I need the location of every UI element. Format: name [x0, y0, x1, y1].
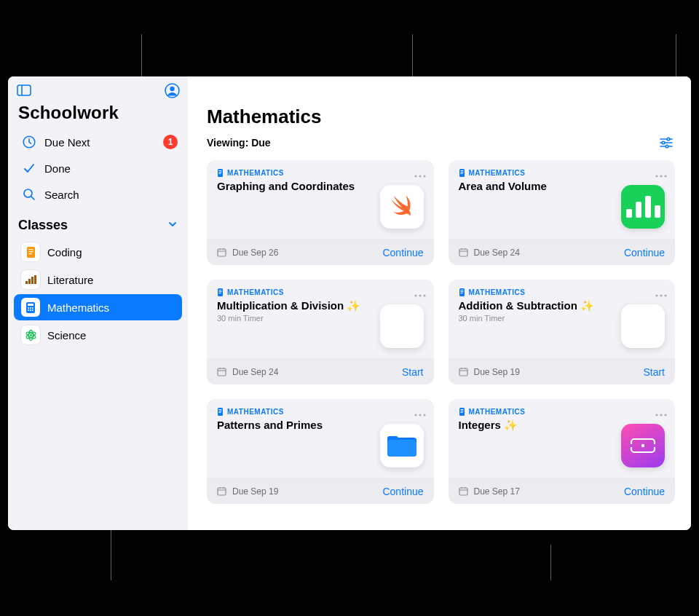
sidebar-item-mathematics[interactable]: Mathematics: [14, 294, 182, 320]
assignment-card[interactable]: MATHEMATICSPatterns and PrimesDue Sep 19…: [207, 399, 434, 504]
svg-rect-51: [459, 249, 467, 256]
classes-header[interactable]: Classes: [8, 208, 188, 237]
nav-label: Search: [44, 189, 79, 201]
svg-point-37: [414, 175, 416, 177]
card-more-icon[interactable]: [414, 168, 427, 181]
card-action-button[interactable]: Continue: [382, 247, 423, 258]
app-title: Schoolwork: [8, 101, 188, 129]
card-more-icon[interactable]: [414, 407, 427, 420]
due-date: Due Sep 24: [217, 367, 278, 377]
due-date: Due Sep 19: [459, 367, 520, 377]
svg-rect-67: [460, 290, 463, 291]
due-date: Due Sep 24: [459, 248, 520, 258]
app-thumbnail: [621, 185, 665, 229]
assignment-card[interactable]: MATHEMATICSMultiplication & Division ✨30…: [207, 280, 434, 384]
svg-rect-7: [27, 247, 35, 258]
svg-rect-66: [459, 288, 465, 296]
nav: Due Next 1 Done Search: [8, 129, 188, 208]
class-label: Literature: [47, 274, 93, 286]
sidebar-item-coding[interactable]: Coding: [14, 239, 182, 265]
nav-search[interactable]: Search: [14, 181, 182, 208]
svg-rect-56: [219, 290, 222, 291]
svg-point-38: [419, 175, 421, 177]
nav-due-next[interactable]: Due Next 1: [14, 129, 182, 155]
svg-point-61: [423, 294, 425, 296]
subject-chip: MATHEMATICS: [217, 288, 284, 296]
card-header: MATHEMATICS: [207, 399, 434, 416]
app-thumbnail: [621, 304, 665, 348]
class-list: CodingLiteratureMathematicsScience: [8, 237, 188, 350]
svg-point-39: [423, 175, 425, 177]
card-footer: Due Sep 19Continue: [207, 478, 434, 504]
svg-rect-40: [218, 249, 226, 256]
card-more-icon[interactable]: [655, 288, 668, 301]
svg-rect-13: [31, 277, 33, 284]
svg-rect-35: [219, 172, 222, 173]
svg-rect-86: [218, 488, 226, 495]
card-action-button[interactable]: Start: [402, 366, 424, 378]
svg-rect-58: [219, 293, 221, 293]
card-action-button[interactable]: Continue: [624, 486, 665, 497]
svg-rect-8: [28, 249, 33, 250]
card-action-button[interactable]: Continue: [382, 486, 423, 497]
nav-done[interactable]: Done: [14, 155, 182, 181]
svg-point-60: [419, 294, 421, 296]
assignment-card[interactable]: MATHEMATICSAddition & Subtraction ✨30 mi…: [449, 280, 676, 384]
svg-point-22: [32, 309, 33, 311]
subject-chip: MATHEMATICS: [459, 169, 526, 177]
svg-rect-69: [460, 293, 462, 293]
svg-point-82: [419, 414, 421, 416]
card-footer: Due Sep 26Continue: [207, 239, 434, 265]
svg-rect-57: [219, 291, 222, 292]
class-icon: [21, 298, 40, 317]
main: Mathematics Viewing: Due MATHEMATICSGrap…: [188, 76, 691, 530]
svg-rect-9: [28, 251, 33, 252]
svg-rect-11: [25, 281, 28, 284]
svg-point-71: [660, 294, 662, 296]
account-icon[interactable]: [163, 82, 181, 99]
card-more-icon[interactable]: [655, 168, 668, 181]
svg-point-21: [30, 309, 31, 311]
card-more-icon[interactable]: [655, 407, 668, 420]
card-header: MATHEMATICS: [449, 399, 676, 416]
svg-point-72: [664, 294, 666, 296]
assignment-card[interactable]: MATHEMATICSGraphing and CoordinatesDue S…: [207, 160, 434, 265]
svg-point-95: [660, 414, 662, 416]
viewing-label: Viewing: Due: [207, 137, 271, 149]
svg-point-83: [423, 414, 425, 416]
nav-label: Due Next: [44, 136, 90, 149]
sidebar-toggle-icon[interactable]: [15, 82, 33, 99]
class-label: Mathematics: [47, 301, 109, 314]
card-footer: Due Sep 24Continue: [449, 239, 676, 265]
svg-rect-10: [28, 253, 31, 254]
svg-point-18: [30, 307, 31, 309]
svg-point-96: [664, 414, 666, 416]
svg-point-20: [28, 309, 29, 311]
svg-rect-47: [460, 173, 462, 174]
filter-icon[interactable]: [657, 134, 675, 151]
svg-rect-45: [460, 170, 463, 171]
card-action-button[interactable]: Start: [643, 366, 665, 378]
card-more-icon[interactable]: [414, 288, 427, 301]
svg-point-3: [170, 86, 174, 90]
card-header: MATHEMATICS: [207, 160, 434, 177]
class-icon: [21, 242, 40, 261]
sidebar-item-literature[interactable]: Literature: [14, 266, 182, 293]
svg-rect-68: [460, 291, 463, 292]
assignment-card[interactable]: MATHEMATICSIntegers ✨Due Sep 17Continue: [449, 399, 676, 504]
app-thumbnail: [380, 304, 424, 348]
card-action-button[interactable]: Continue: [624, 247, 665, 258]
app-thumbnail: [621, 424, 665, 467]
svg-point-26: [29, 333, 31, 336]
svg-rect-73: [459, 368, 467, 376]
callout-line: [550, 545, 551, 580]
app-thumbnail: [380, 424, 424, 467]
assignment-card[interactable]: MATHEMATICSArea and VolumeDue Sep 24Cont…: [449, 160, 676, 265]
svg-rect-62: [218, 368, 226, 376]
svg-rect-44: [459, 169, 465, 177]
sidebar-item-science[interactable]: Science: [14, 322, 182, 348]
svg-point-49: [660, 175, 662, 177]
svg-rect-79: [219, 411, 222, 411]
svg-point-98: [641, 444, 644, 447]
svg-point-70: [655, 294, 657, 296]
